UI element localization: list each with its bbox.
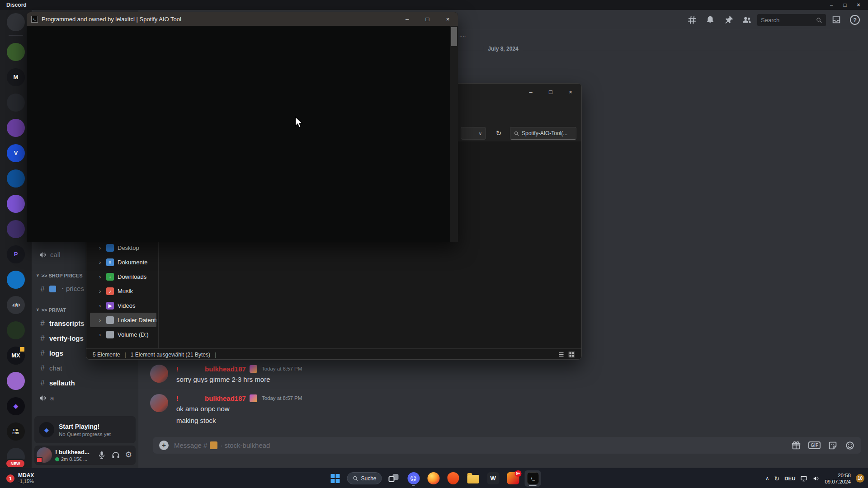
taskbar-apps: Suche W 9+ <box>327 468 541 488</box>
tree-item[interactable]: Lokaler Datenträ <box>90 313 156 327</box>
close-button[interactable]: × <box>561 84 580 100</box>
help-icon[interactable]: ? <box>850 15 861 26</box>
server-icon[interactable]: .g/p <box>7 296 25 314</box>
taskbar-app-notifications[interactable]: 9+ <box>505 470 521 487</box>
console-titlebar[interactable]: ›_ Programmed and owned by lelaxltcl | S… <box>27 12 458 26</box>
tree-item[interactable]: ↓ Downloads <box>90 269 156 284</box>
notification-center-badge[interactable]: 10 <box>856 474 864 483</box>
desktop: Discord – □ × M V <box>0 0 868 488</box>
server-icon[interactable] <box>7 271 25 289</box>
server-icon[interactable]: V <box>7 144 25 162</box>
discord-window-controls: – □ × <box>825 0 865 10</box>
notifications-bell-icon[interactable] <box>705 15 716 26</box>
emoji-icon[interactable] <box>845 441 855 450</box>
package-emoji-icon <box>210 441 217 449</box>
text-channel-sellauth[interactable]: # sellauth <box>35 375 135 390</box>
tree-item-icon <box>106 316 114 324</box>
server-icon[interactable]: ◆ <box>7 397 25 415</box>
server-icon[interactable] <box>7 94 25 112</box>
gif-picker-icon[interactable]: GIF <box>808 441 821 449</box>
user-avatar[interactable] <box>37 447 52 463</box>
tray-time: 20:58 <box>825 472 851 479</box>
tree-item[interactable]: ≡ Dokumente <box>90 255 156 269</box>
taskbar-app-explorer[interactable] <box>465 470 481 487</box>
maximize-button[interactable]: □ <box>417 12 438 26</box>
thumbnail-view-icon[interactable] <box>568 351 575 358</box>
volume-icon[interactable] <box>812 475 820 482</box>
tree-item[interactable]: Volume (D:) <box>90 327 156 342</box>
orange-app-icon: 9+ <box>507 472 519 484</box>
discord-titlebar: Discord – □ × <box>0 0 868 10</box>
mic-icon[interactable] <box>97 450 106 460</box>
tree-item-icon: ≡ <box>106 258 114 266</box>
taskbar-app-terminal[interactable]: ›_ <box>525 470 541 487</box>
user-name[interactable]: ! bulkhead... <box>55 449 96 455</box>
taskbar-app-w[interactable]: W <box>485 470 501 487</box>
timestamp: Today at 8:57 PM <box>262 395 302 401</box>
server-icon[interactable]: P <box>7 245 25 263</box>
text-channel-chat[interactable]: # chat <box>35 361 135 375</box>
keyboard-language[interactable]: DEU <box>784 476 795 481</box>
tree-item[interactable]: ▶ Videos <box>90 298 156 313</box>
server-icon[interactable] <box>7 372 25 390</box>
avatar[interactable] <box>150 365 168 383</box>
headphones-icon[interactable] <box>111 450 120 460</box>
server-icon[interactable]: THE END <box>7 422 25 441</box>
sync-icon[interactable]: ↻ <box>774 475 779 482</box>
threads-icon[interactable] <box>687 15 698 26</box>
gift-icon[interactable] <box>791 441 801 450</box>
tray-overflow-chevron-icon[interactable]: ∧ <box>765 475 769 481</box>
taskbar-app-firefox[interactable] <box>425 470 442 487</box>
server-icon[interactable] <box>7 169 25 188</box>
server-icon[interactable]: M <box>7 68 25 86</box>
server-icon[interactable] <box>7 43 25 61</box>
maximize-button[interactable]: □ <box>838 2 852 8</box>
explorer-window-controls: – □ × <box>521 84 580 100</box>
console-output[interactable] <box>27 26 458 242</box>
scrollbar-thumb[interactable] <box>451 27 457 46</box>
server-icon[interactable] <box>7 220 25 238</box>
voice-channel-a[interactable]: a <box>35 390 135 405</box>
search-input[interactable]: Search <box>757 14 826 26</box>
explorer-search-input[interactable]: Spotify-AIO-Tool(... <box>510 127 576 140</box>
server-icon[interactable] <box>7 321 25 339</box>
taskbar-app-discord[interactable] <box>406 470 422 487</box>
speaker-icon <box>39 394 47 402</box>
author-name[interactable]: bulkhead187 <box>205 365 246 373</box>
quest-card[interactable]: ◆ Start Playing! No Quest progress yet <box>34 416 136 443</box>
server-icon-home[interactable] <box>7 13 25 31</box>
server-icon[interactable] <box>7 195 25 213</box>
server-icon[interactable]: MX <box>7 347 25 365</box>
taskbar-app-brave[interactable] <box>445 470 462 487</box>
server-icon[interactable] <box>7 119 25 137</box>
author-name[interactable]: bulkhead187 <box>205 394 246 402</box>
gear-icon[interactable]: ⚙ <box>125 450 132 460</box>
widgets-button[interactable]: 1 MDAX -1,15% <box>6 468 34 488</box>
minimize-button[interactable]: – <box>825 2 838 8</box>
tree-item[interactable]: Desktop <box>90 240 156 255</box>
sticker-icon[interactable] <box>828 441 838 450</box>
chevron-down-icon: ∨ <box>36 307 39 313</box>
tree-item[interactable]: ♪ Musik <box>90 284 156 298</box>
minimize-button[interactable]: – <box>397 12 417 26</box>
close-button[interactable]: × <box>438 12 458 26</box>
pinned-messages-icon[interactable] <box>724 15 735 26</box>
maximize-button[interactable]: □ <box>541 84 561 100</box>
address-bar-dropdown[interactable]: ∨ <box>461 127 486 140</box>
inbox-icon[interactable] <box>831 15 842 26</box>
task-view-button[interactable] <box>386 470 402 487</box>
details-view-icon[interactable] <box>558 351 565 358</box>
display-network-icon[interactable] <box>800 475 807 482</box>
refresh-icon[interactable]: ↻ <box>493 128 504 139</box>
taskbar-search[interactable]: Suche <box>347 472 382 484</box>
scrollbar[interactable] <box>450 26 458 242</box>
clock[interactable]: 20:58 09.07.2024 <box>825 472 851 485</box>
start-button[interactable] <box>327 470 343 487</box>
member-list-icon[interactable] <box>742 15 753 26</box>
message-input[interactable]: + Message # · stock-bulkhead GIF <box>153 437 861 454</box>
avatar[interactable] <box>150 394 168 412</box>
minimize-button[interactable]: – <box>521 84 541 100</box>
close-button[interactable]: × <box>852 2 865 8</box>
attach-plus-icon[interactable]: + <box>159 441 169 450</box>
windows-logo-icon <box>330 474 340 483</box>
